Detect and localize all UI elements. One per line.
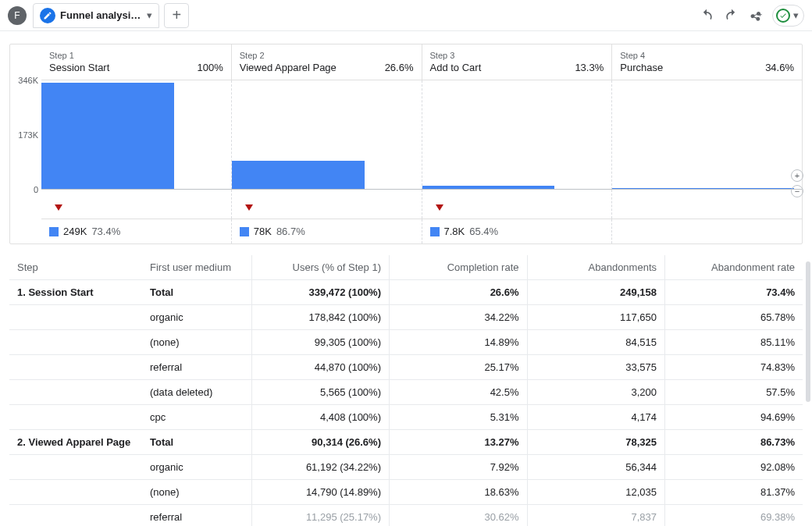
step-header[interactable]: Step 2Viewed Apparel Page26.6% bbox=[231, 44, 422, 80]
zoom-in-button[interactable]: + bbox=[791, 169, 803, 182]
pencil-icon bbox=[40, 8, 55, 23]
table-scrollbar[interactable] bbox=[806, 261, 810, 402]
col-step[interactable]: Step bbox=[9, 255, 142, 280]
chevron-down-icon: ▾ bbox=[147, 9, 152, 21]
bar-col bbox=[231, 80, 422, 190]
cell-medium: (data deleted) bbox=[142, 380, 251, 405]
abandon-value: 78K bbox=[254, 226, 272, 237]
cell-abandon: 56,344 bbox=[527, 455, 665, 480]
y-tick: 346K bbox=[18, 76, 38, 85]
table-row[interactable]: organic178,842 (100%)34.22%117,65065.78% bbox=[9, 305, 803, 330]
legend-swatch bbox=[49, 227, 59, 236]
undo-button[interactable] bbox=[696, 5, 718, 27]
bar-col bbox=[422, 80, 612, 190]
add-tab-button[interactable]: + bbox=[164, 3, 189, 28]
cell-completion: 14.89% bbox=[390, 330, 528, 355]
step-header[interactable]: Step 4Purchase34.6% bbox=[611, 44, 802, 80]
cell-step bbox=[9, 330, 142, 355]
step-header[interactable]: Step 3Add to Cart13.3% bbox=[422, 44, 612, 80]
top-toolbar: F Funnel analysi… ▾ + ▾ bbox=[0, 0, 812, 31]
cell-abandon-rate: 74.83% bbox=[665, 355, 803, 380]
chevron-down-icon: ▾ bbox=[793, 9, 799, 21]
step-name: Viewed Apparel Page bbox=[240, 62, 337, 73]
cell-completion: 18.63% bbox=[390, 480, 528, 505]
sample-status[interactable]: ▾ bbox=[772, 5, 804, 27]
step-index: Step 3 bbox=[430, 51, 604, 60]
cell-medium: (none) bbox=[142, 480, 251, 505]
cell-abandon: 249,158 bbox=[527, 280, 665, 305]
table-row[interactable]: (none)99,305 (100%)14.89%84,51585.11% bbox=[9, 330, 803, 355]
cell-users: 99,305 (100%) bbox=[251, 330, 390, 355]
share-button[interactable] bbox=[746, 5, 767, 27]
cell-abandon: 4,174 bbox=[527, 405, 665, 430]
table-row[interactable]: cpc4,408 (100%)5.31%4,17494.69% bbox=[9, 405, 803, 430]
redo-button[interactable] bbox=[721, 5, 743, 27]
cell-completion: 25.17% bbox=[390, 355, 528, 380]
tab-funnel[interactable]: Funnel analysi… ▾ bbox=[33, 3, 159, 28]
cell-users: 44,870 (100%) bbox=[251, 355, 390, 380]
col-medium[interactable]: First user medium bbox=[142, 255, 251, 280]
table-row[interactable]: 2. Viewed Apparel PageTotal90,314 (26.6%… bbox=[9, 430, 803, 455]
abandon-label: 78K86.7% bbox=[231, 219, 422, 243]
cell-completion: 34.22% bbox=[390, 305, 528, 330]
tab-label: Funnel analysi… bbox=[60, 9, 141, 21]
step-pct: 26.6% bbox=[385, 62, 414, 73]
cell-abandon-rate: 85.11% bbox=[665, 330, 803, 355]
cell-completion: 13.27% bbox=[390, 430, 528, 455]
table-row[interactable]: referral11,295 (25.17%)30.62%7,83769.38% bbox=[9, 505, 803, 527]
abandon-pct: 73.4% bbox=[91, 226, 120, 237]
cell-medium: referral bbox=[142, 355, 251, 380]
cell-completion: 7.92% bbox=[390, 455, 528, 480]
step-pct: 13.3% bbox=[575, 62, 604, 73]
cell-abandon: 78,325 bbox=[527, 430, 665, 455]
table-row[interactable]: 1. Session StartTotal339,472 (100%)26.6%… bbox=[9, 280, 803, 305]
col-completion[interactable]: Completion rate bbox=[390, 255, 528, 280]
abandon-label: 249K73.4% bbox=[41, 219, 231, 243]
cell-step bbox=[9, 480, 142, 505]
col-abandon[interactable]: Abandonments bbox=[527, 255, 665, 280]
cell-abandon-rate: 94.69% bbox=[665, 405, 803, 430]
cell-step bbox=[9, 380, 142, 405]
arrow-down-icon bbox=[240, 204, 258, 215]
funnel-chart: Step 1Session Start100%Step 2Viewed Appa… bbox=[9, 44, 803, 244]
cell-medium: referral bbox=[142, 505, 251, 527]
bar[interactable] bbox=[41, 83, 174, 190]
cell-abandon: 84,515 bbox=[527, 330, 665, 355]
cell-medium: Total bbox=[142, 280, 251, 305]
step-header[interactable]: Step 1Session Start100% bbox=[41, 44, 231, 80]
cell-users: 178,842 (100%) bbox=[251, 305, 390, 330]
cell-users: 4,408 (100%) bbox=[251, 405, 390, 430]
cell-completion: 30.62% bbox=[390, 505, 528, 527]
table-row[interactable]: referral44,870 (100%)25.17%33,57574.83% bbox=[9, 355, 803, 380]
avatar[interactable]: F bbox=[8, 6, 27, 25]
abandon-value: 7.8K bbox=[444, 226, 465, 237]
cell-step bbox=[9, 305, 142, 330]
bar-col bbox=[611, 80, 802, 190]
cell-medium: (none) bbox=[142, 330, 251, 355]
cell-medium: organic bbox=[142, 305, 251, 330]
zoom-out-button[interactable]: − bbox=[791, 185, 803, 197]
step-pct: 34.6% bbox=[765, 62, 794, 73]
y-axis: 346K173K0 bbox=[10, 80, 41, 190]
cell-completion: 42.5% bbox=[390, 380, 528, 405]
drop-col bbox=[41, 190, 231, 219]
bar-col bbox=[41, 80, 231, 190]
col-abandon-rate[interactable]: Abandonment rate bbox=[665, 255, 803, 280]
table-row[interactable]: (data deleted)5,565 (100%)42.5%3,20057.5… bbox=[9, 380, 803, 405]
cell-abandon-rate: 73.4% bbox=[665, 280, 803, 305]
col-users[interactable]: Users (% of Step 1) bbox=[251, 255, 390, 280]
cell-step: 1. Session Start bbox=[9, 280, 142, 305]
cell-users: 61,192 (34.22%) bbox=[251, 455, 390, 480]
step-pct: 100% bbox=[198, 62, 223, 73]
cell-users: 14,790 (14.89%) bbox=[251, 480, 390, 505]
step-name: Purchase bbox=[620, 62, 663, 73]
bar[interactable] bbox=[232, 161, 365, 190]
cell-abandon-rate: 69.38% bbox=[665, 505, 803, 527]
cell-medium: cpc bbox=[142, 405, 251, 430]
arrow-down-icon bbox=[430, 204, 449, 215]
abandon-pct: 86.7% bbox=[276, 226, 305, 237]
cell-abandon-rate: 57.5% bbox=[665, 380, 803, 405]
step-index: Step 2 bbox=[240, 51, 414, 60]
table-row[interactable]: organic61,192 (34.22%)7.92%56,34492.08% bbox=[9, 455, 803, 480]
table-row[interactable]: (none)14,790 (14.89%)18.63%12,03581.37% bbox=[9, 480, 803, 505]
